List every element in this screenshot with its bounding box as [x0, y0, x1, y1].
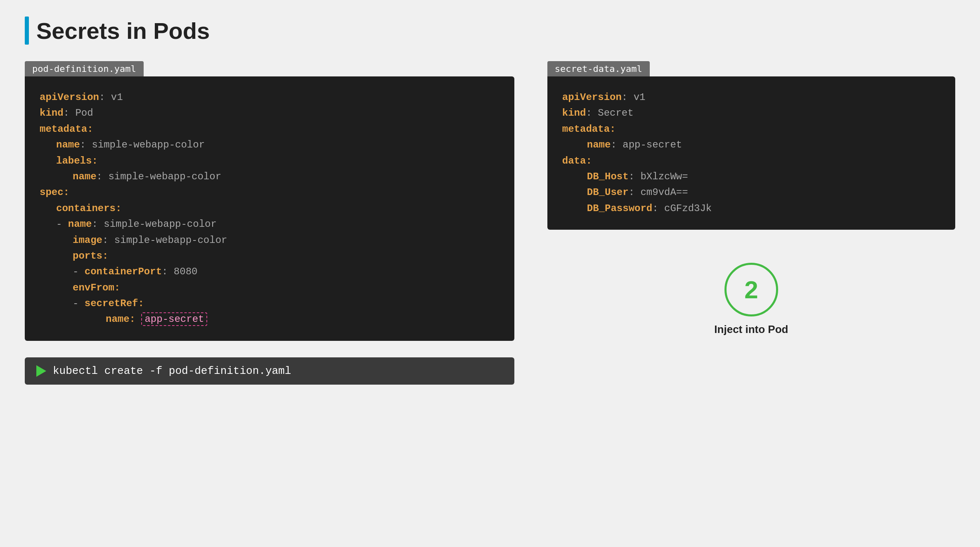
step-label: Inject into Pod [714, 323, 788, 336]
right-section: secret-data.yaml apiVersion: v1 kind: Se… [547, 61, 955, 336]
secret-yaml-block: secret-data.yaml apiVersion: v1 kind: Se… [547, 61, 955, 230]
terminal-play-icon [36, 365, 46, 377]
code-line: kind [40, 107, 64, 119]
code-line: metadata: [40, 124, 93, 135]
code-line: apiVersion [40, 92, 99, 103]
step-container: 2 Inject into Pod [547, 263, 955, 336]
highlighted-secret-ref: app-secret [141, 312, 207, 326]
step-number-circle: 2 [724, 263, 778, 316]
title-text: Secrets in Pods [36, 17, 210, 44]
step-number: 2 [744, 276, 758, 304]
secret-yaml-label: secret-data.yaml [547, 61, 650, 76]
pod-yaml-label: pod-definition.yaml [25, 61, 144, 76]
left-section: pod-definition.yaml apiVersion: v1 kind:… [25, 61, 514, 385]
terminal-command: kubectl create -f pod-definition.yaml [53, 365, 291, 377]
code-line: spec: [40, 187, 69, 198]
pod-yaml-block: pod-definition.yaml apiVersion: v1 kind:… [25, 61, 514, 341]
page-title: Secrets in Pods [25, 17, 955, 45]
pod-yaml-code: apiVersion: v1 kind: Pod metadata: name:… [25, 76, 514, 341]
secret-yaml-code: apiVersion: v1 kind: Secret metadata: na… [547, 76, 955, 230]
terminal-bar: kubectl create -f pod-definition.yaml [25, 357, 514, 385]
title-accent-bar [25, 17, 29, 45]
